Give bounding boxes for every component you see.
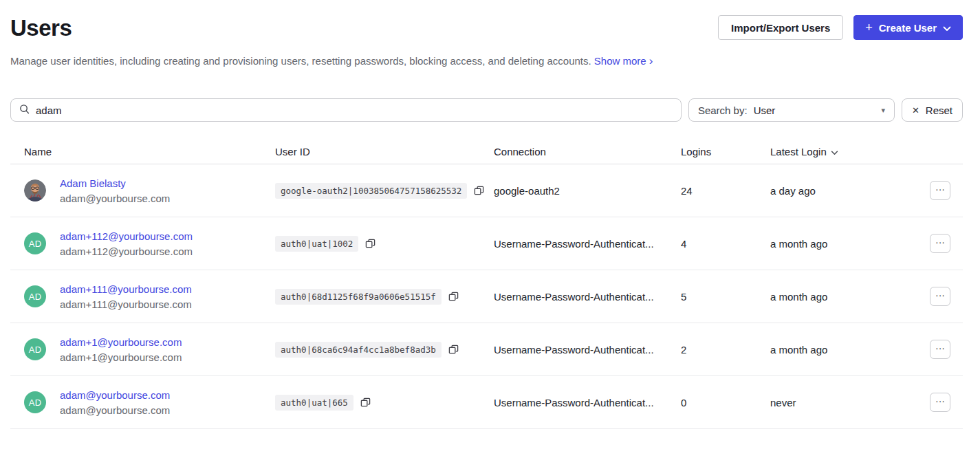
dropdown-caret-icon: ▾	[881, 106, 885, 115]
connection-cell: google-oauth2	[494, 185, 681, 197]
row-actions-button[interactable]: ···	[930, 287, 950, 306]
user-id-chip: auth0|uat|1002	[275, 236, 358, 252]
table-row: AD adam+111@yourbourse.com adam+111@your…	[10, 270, 963, 323]
user-email: adam+112@yourbourse.com	[60, 244, 193, 259]
users-page: Users Import/Export Users + Create User …	[0, 0, 980, 429]
logins-cell: 24	[681, 185, 770, 197]
show-more-label: Show more	[594, 55, 646, 67]
avatar: AD	[24, 232, 46, 254]
avatar-photo	[24, 179, 46, 201]
ellipsis-icon: ···	[935, 184, 945, 194]
latest-login-cell: a month ago	[770, 238, 917, 250]
close-icon: ✕	[912, 105, 919, 116]
user-name-link[interactable]: adam+112@yourbourse.com	[60, 229, 193, 243]
table-header-row: Name User ID Connection Logins Latest Lo…	[10, 140, 963, 164]
import-export-users-label: Import/Export Users	[731, 22, 830, 34]
column-header-latest-login[interactable]: Latest Login	[770, 146, 917, 157]
row-actions-button[interactable]: ···	[930, 234, 950, 253]
search-by-dropdown[interactable]: Search by: User ▾	[688, 98, 895, 122]
row-actions-button[interactable]: ···	[930, 393, 950, 412]
search-by-value: User	[754, 105, 776, 116]
connection-cell: Username-Password-Authenticat...	[494, 291, 681, 303]
user-id-chip: auth0|68ca6c94af4cc1a8bef8ad3b	[275, 342, 442, 358]
table-row: AD adam@yourbourse.com adam@yourbourse.c…	[10, 376, 963, 429]
logins-cell: 2	[681, 344, 770, 356]
connection-cell: Username-Password-Authenticat...	[494, 238, 681, 250]
create-user-button[interactable]: + Create User	[853, 15, 963, 40]
copy-icon[interactable]	[365, 239, 375, 249]
user-name-link[interactable]: adam+111@yourbourse.com	[60, 282, 192, 296]
copy-icon[interactable]	[448, 292, 459, 302]
row-actions-button[interactable]: ···	[930, 181, 950, 200]
user-id-chip: google-oauth2|100385064757158625532	[275, 183, 467, 199]
chevron-down-icon	[943, 22, 951, 34]
page-description: Manage user identities, including creati…	[10, 54, 963, 68]
users-table: Name User ID Connection Logins Latest Lo…	[10, 140, 963, 429]
user-email: adam@yourbourse.com	[60, 403, 170, 417]
copy-icon[interactable]	[448, 345, 459, 355]
latest-login-cell: a month ago	[770, 291, 917, 303]
latest-login-cell: never	[770, 397, 917, 408]
copy-icon[interactable]	[360, 397, 371, 408]
sort-chevron-icon	[831, 146, 838, 157]
ellipsis-icon: ···	[935, 290, 945, 300]
user-email: adam@yourbourse.com	[60, 191, 170, 206]
logins-cell: 5	[681, 291, 770, 303]
reset-button[interactable]: ✕ Reset	[902, 98, 963, 122]
user-name-link[interactable]: adam+1@yourbourse.com	[60, 335, 182, 349]
user-id-chip: auth0|68d1125f68f9a0606e51515f	[275, 289, 442, 305]
ellipsis-icon: ···	[935, 396, 945, 406]
import-export-users-button[interactable]: Import/Export Users	[718, 15, 843, 40]
column-header-logins: Logins	[681, 146, 770, 157]
plus-icon: +	[865, 21, 873, 34]
user-id-chip: auth0|uat|665	[275, 395, 353, 411]
avatar: AD	[24, 285, 46, 307]
page-header: Users Import/Export Users + Create User	[10, 15, 963, 41]
connection-cell: Username-Password-Authenticat...	[494, 397, 681, 408]
column-header-user-id: User ID	[275, 146, 494, 157]
table-row: Adam Bielasty adam@yourbourse.com google…	[10, 164, 963, 217]
avatar: AD	[24, 338, 46, 360]
search-by-label: Search by:	[698, 105, 748, 116]
copy-icon[interactable]	[474, 186, 484, 196]
create-user-label: Create User	[879, 22, 937, 34]
table-row: AD adam+112@yourbourse.com adam+112@your…	[10, 217, 963, 270]
show-more-link[interactable]: Show more›	[594, 55, 653, 67]
user-email: adam+111@yourbourse.com	[60, 297, 192, 312]
ellipsis-icon: ···	[935, 343, 945, 353]
table-row: AD adam+1@yourbourse.com adam+1@yourbour…	[10, 323, 963, 376]
reset-label: Reset	[926, 105, 952, 116]
chevron-right-icon: ›	[649, 54, 653, 67]
user-name-link[interactable]: adam@yourbourse.com	[60, 388, 170, 402]
connection-cell: Username-Password-Authenticat...	[494, 344, 681, 356]
avatar: AD	[24, 391, 46, 413]
description-text: Manage user identities, including creati…	[10, 55, 591, 67]
search-input[interactable]	[36, 105, 673, 116]
column-header-name: Name	[10, 146, 275, 157]
page-title: Users	[10, 15, 72, 41]
row-actions-button[interactable]: ···	[930, 340, 950, 359]
ellipsis-icon: ···	[935, 237, 945, 247]
latest-login-cell: a month ago	[770, 344, 917, 356]
header-actions: Import/Export Users + Create User	[718, 15, 963, 40]
search-box[interactable]	[10, 98, 682, 122]
search-toolbar: Search by: User ▾ ✕ Reset	[10, 98, 963, 122]
column-header-connection: Connection	[494, 146, 681, 157]
search-icon	[19, 104, 30, 117]
logins-cell: 4	[681, 238, 770, 250]
user-email: adam+1@yourbourse.com	[60, 350, 182, 364]
logins-cell: 0	[681, 397, 770, 408]
user-name-link[interactable]: Adam Bielasty	[60, 176, 170, 190]
latest-login-cell: a day ago	[770, 185, 917, 197]
